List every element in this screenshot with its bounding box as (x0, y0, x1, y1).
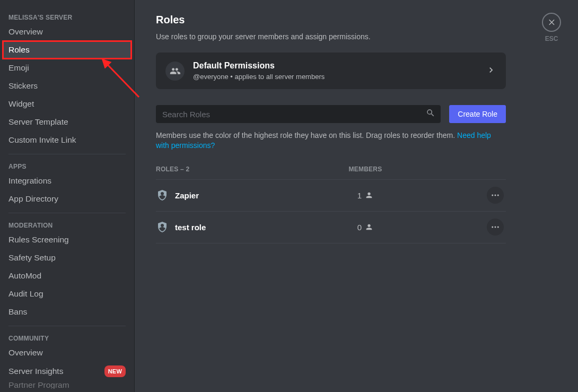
svg-point-0 (492, 195, 493, 196)
new-badge: NEW (104, 365, 126, 377)
close-button[interactable] (542, 13, 561, 32)
sidebar-item-roles[interactable]: Roles (3, 41, 131, 58)
sidebar-item-label: Bans (8, 307, 27, 317)
svg-point-5 (497, 227, 499, 228)
search-icon (426, 108, 435, 120)
search-roles-input[interactable] (161, 105, 426, 123)
sidebar-section-server: MELISSA'S SERVER (3, 11, 131, 23)
sidebar-item-emoji[interactable]: Emoji (3, 59, 131, 76)
person-icon (365, 223, 373, 231)
sidebar-item-label: App Directory (8, 194, 58, 204)
sidebar-item-label: Partner Program (8, 381, 69, 389)
everyone-icon (165, 62, 185, 81)
members-count: 1 (336, 191, 395, 200)
col-header-roles: ROLES – 2 (156, 165, 336, 173)
sidebar-item-widget[interactable]: Widget (3, 95, 131, 112)
sidebar-item-label: Server Insights (8, 366, 63, 377)
sidebar-item-label: Widget (8, 99, 34, 109)
sidebar-item-bans[interactable]: Bans (3, 303, 131, 320)
esc-label: ESC (545, 35, 558, 42)
more-icon (491, 190, 500, 200)
chevron-right-icon (486, 65, 496, 77)
sidebar-section-apps: APPS (3, 160, 131, 172)
page-title: Roles (156, 14, 506, 26)
hint-text: Members use the color of the highest rol… (156, 131, 457, 140)
sidebar-item-rules-screening[interactable]: Rules Screening (3, 231, 131, 248)
sidebar-item-label: Roles (8, 45, 30, 55)
default-permissions-title: Default Permissions (193, 61, 477, 71)
sidebar-item-label: Overview (8, 347, 43, 358)
default-permissions-subtitle: @everyone • applies to all server member… (193, 73, 477, 81)
role-row[interactable]: Zapier 1 (156, 180, 506, 212)
divider (8, 154, 126, 154)
sidebar-item-label: Safety Setup (8, 252, 56, 263)
sidebar-item-community-overview[interactable]: Overview (3, 344, 131, 361)
main-content: ESC Roles Use roles to group your server… (135, 0, 578, 392)
roles-list-header: ROLES – 2 MEMBERS (156, 165, 506, 180)
role-more-button[interactable] (487, 187, 504, 204)
sidebar-item-label: Overview (8, 27, 43, 37)
close-wrap: ESC (542, 13, 561, 42)
sidebar-item-label: Custom Invite Link (8, 135, 76, 145)
sidebar-item-partner-program[interactable]: Partner Program (3, 381, 131, 389)
sidebar-item-label: Integrations (8, 176, 51, 186)
more-icon (491, 222, 500, 232)
create-role-button[interactable]: Create Role (449, 105, 506, 123)
roles-hint: Members use the color of the highest rol… (156, 130, 506, 151)
sidebar-item-safety-setup[interactable]: Safety Setup (3, 249, 131, 266)
sidebar-item-audit-log[interactable]: Audit Log (3, 285, 131, 302)
svg-point-1 (495, 195, 496, 196)
sidebar-item-integrations[interactable]: Integrations (3, 172, 131, 189)
person-icon (365, 191, 373, 199)
divider (8, 326, 126, 326)
sidebar-item-label: Emoji (8, 63, 29, 73)
sidebar-item-label: Stickers (8, 81, 38, 91)
role-name: Zapier (175, 191, 199, 200)
sidebar-item-server-insights[interactable]: Server Insights NEW (3, 362, 131, 380)
sidebar-item-label: AutoMod (8, 271, 41, 281)
col-header-members: MEMBERS (336, 165, 395, 173)
sidebar-item-label: Rules Screening (8, 234, 69, 245)
sidebar-item-overview[interactable]: Overview (3, 23, 131, 40)
default-permissions-card[interactable]: Default Permissions @everyone • applies … (156, 53, 506, 89)
sidebar-item-stickers[interactable]: Stickers (3, 77, 131, 94)
sidebar-section-community: COMMUNITY (3, 332, 131, 344)
svg-point-2 (497, 195, 499, 196)
sidebar-item-automod[interactable]: AutoMod (3, 267, 131, 284)
sidebar-item-server-template[interactable]: Server Template (3, 114, 131, 130)
settings-sidebar: MELISSA'S SERVER Overview Roles Emoji St… (0, 0, 135, 392)
role-name: test role (175, 223, 206, 232)
role-more-button[interactable] (487, 219, 504, 236)
shield-icon (156, 189, 169, 202)
members-count: 0 (336, 223, 395, 232)
sidebar-section-moderation: MODERATION (3, 219, 131, 231)
svg-point-4 (495, 227, 496, 228)
close-icon (547, 18, 556, 27)
sidebar-item-custom-invite-link[interactable]: Custom Invite Link (3, 132, 131, 149)
sidebar-item-label: Audit Log (8, 289, 43, 299)
svg-point-3 (492, 227, 493, 228)
divider (8, 213, 126, 213)
search-roles-wrap[interactable] (156, 105, 441, 123)
role-row[interactable]: test role 0 (156, 212, 506, 243)
page-subtitle: Use roles to group your server members a… (156, 32, 506, 41)
sidebar-item-label: Server Template (8, 117, 68, 127)
sidebar-item-app-directory[interactable]: App Directory (3, 190, 131, 207)
shield-icon (156, 221, 169, 233)
